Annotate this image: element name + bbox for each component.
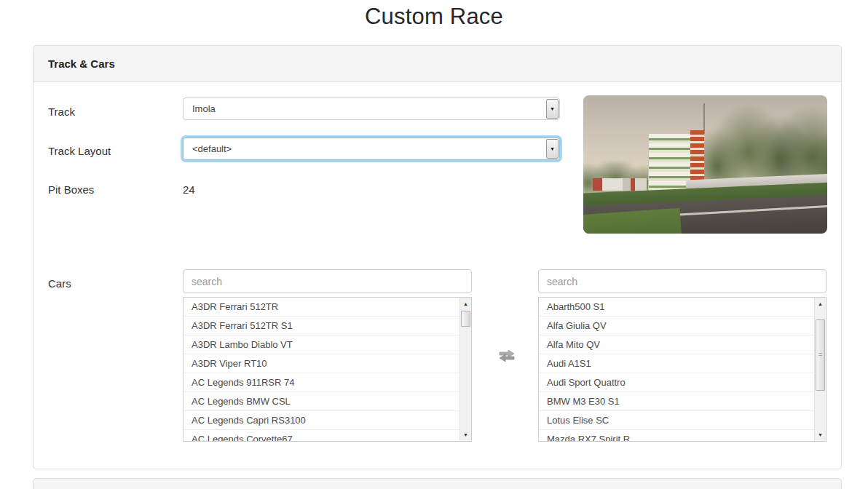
track-layout-select[interactable]: <default> ▼ — [183, 138, 560, 160]
scroll-up-icon[interactable]: ▲ — [815, 298, 826, 309]
transfer-cars-icon[interactable] — [497, 349, 516, 363]
scrollbar-grip — [818, 353, 822, 357]
car-list-item[interactable]: Alfa Mito QV — [539, 335, 814, 354]
car-list-item[interactable]: Lotus Elise SC — [539, 411, 814, 430]
scrollbar-thumb[interactable] — [461, 311, 470, 327]
car-list-item[interactable]: AC Legends BMW CSL — [184, 392, 459, 411]
car-list-item[interactable]: AC Legends Capri RS3100 — [184, 411, 459, 430]
track-layout-select-value: <default> — [184, 143, 545, 154]
track-select-value: Imola — [184, 103, 545, 114]
car-list-item[interactable]: A3DR Ferrari 512TR S1 — [184, 317, 459, 335]
track-preview-image — [583, 95, 827, 234]
track-label: Track — [48, 106, 75, 118]
pit-boxes-value: 24 — [183, 183, 195, 196]
next-panel-header — [33, 478, 842, 489]
track-select[interactable]: Imola ▼ — [183, 98, 560, 120]
car-list-item[interactable]: AC Legends Corvette67 — [184, 430, 459, 442]
scroll-up-icon[interactable]: ▲ — [460, 298, 471, 309]
car-list-item[interactable]: A3DR Ferrari 512TR — [184, 298, 459, 317]
available-cars-list: A3DR Ferrari 512TR A3DR Ferrari 512TR S1… — [184, 298, 459, 441]
car-list-item[interactable]: Audi A1S1 — [539, 354, 814, 373]
car-list-item[interactable]: Mazda RX7 Spirit R — [539, 430, 814, 442]
available-cars-search-input[interactable] — [183, 269, 472, 293]
car-list-item[interactable]: A3DR Viper RT10 — [184, 354, 459, 373]
page-title: Custom Race — [0, 4, 868, 30]
car-list-item[interactable]: Alfa Giulia QV — [539, 317, 814, 335]
paddock-structures — [593, 178, 647, 191]
selected-cars-list: Abarth500 S1 Alfa Giulia QV Alfa Mito QV… — [539, 298, 814, 441]
car-list-item[interactable]: BMW M3 E30 S1 — [539, 392, 814, 411]
custom-race-page: Custom Race Track & Cars Track Imola ▼ T… — [0, 0, 868, 489]
scrollbar-thumb[interactable] — [816, 319, 825, 391]
pit-boxes-label: Pit Boxes — [48, 183, 94, 196]
selected-cars-search-input[interactable] — [538, 269, 826, 293]
track-cars-panel: Track & Cars Track Imola ▼ Track Layout … — [33, 45, 842, 469]
car-list-item[interactable]: AC Legends 911RSR 74 — [184, 373, 459, 392]
chevron-down-icon[interactable]: ▼ — [546, 139, 559, 159]
selected-cars-scrollbar[interactable]: ▲ ▼ — [814, 298, 826, 441]
car-list-item[interactable]: A3DR Lambo Diablo VT — [184, 335, 459, 354]
cars-label: Cars — [48, 277, 71, 290]
scroll-down-icon[interactable]: ▼ — [815, 429, 826, 440]
selected-cars-listbox: Abarth500 S1 Alfa Giulia QV Alfa Mito QV… — [538, 297, 826, 442]
panel-header: Track & Cars — [33, 46, 841, 82]
available-cars-listbox: A3DR Ferrari 512TR A3DR Ferrari 512TR S1… — [183, 297, 472, 442]
chevron-down-icon[interactable]: ▼ — [546, 99, 559, 119]
track-layout-label: Track Layout — [48, 145, 111, 157]
car-list-item[interactable]: Abarth500 S1 — [539, 298, 814, 317]
scroll-down-icon[interactable]: ▼ — [460, 429, 471, 440]
car-list-item[interactable]: Audi Sport Quattro — [539, 373, 814, 392]
available-cars-scrollbar[interactable]: ▲ ▼ — [459, 298, 471, 441]
